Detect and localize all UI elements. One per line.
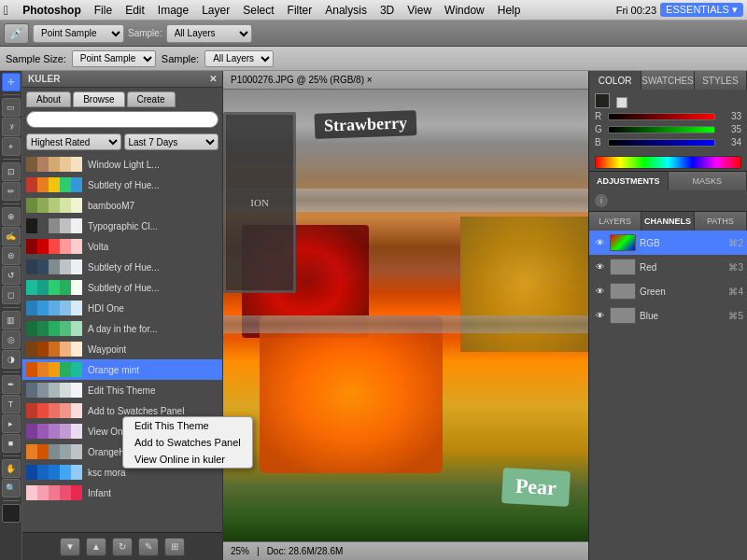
kuler-list-item[interactable]: Edit This Theme	[22, 380, 222, 400]
ctx-edit-theme[interactable]: Edit This Theme	[123, 417, 252, 434]
menu-file[interactable]: File	[88, 2, 119, 19]
kuler-list-item[interactable]: Waypoint	[22, 339, 222, 359]
point-sample-select[interactable]: Point Sample	[72, 50, 156, 67]
channel-row[interactable]: 👁RGB⌘2	[589, 231, 747, 255]
channel-visibility-icon[interactable]: 👁	[593, 285, 606, 298]
tab-adjustments[interactable]: ADJUSTMENTS	[589, 172, 669, 190]
sample-size-select[interactable]: Point Sample 3 by 3 Average 5 by 5 Avera…	[33, 24, 124, 43]
background-swatch[interactable]	[616, 97, 627, 108]
color-swatch	[60, 403, 71, 418]
apple-logo-icon[interactable]: 	[4, 3, 8, 18]
ctx-add-swatches[interactable]: Add to Swatches Panel	[123, 434, 252, 451]
kuler-tab-browse[interactable]: Browse	[73, 91, 124, 107]
tab-layers[interactable]: LAYERS	[589, 212, 641, 231]
kuler-list-item[interactable]: Window Light L...	[22, 154, 222, 175]
path-select-tool[interactable]: ▸	[2, 414, 21, 433]
color-swatch	[71, 444, 82, 459]
zoom-tool[interactable]: 🔍	[2, 479, 21, 497]
brush-tool[interactable]: ✍	[2, 227, 21, 245]
kuler-time-select[interactable]: Last 7 Days Last 30 Days All Time	[124, 133, 219, 150]
sample-layer-select[interactable]: All Layers Current Layer	[166, 24, 252, 43]
menu-view[interactable]: View	[401, 2, 438, 19]
all-layers-select[interactable]: All Layers	[204, 50, 274, 67]
ctx-view-online[interactable]: View Online in kuler	[123, 451, 252, 468]
kuler-list-item[interactable]: A day in the for...	[22, 318, 222, 339]
b-slider[interactable]	[608, 139, 715, 147]
magic-wand-tool[interactable]: ⌖	[2, 137, 21, 156]
menu-3d[interactable]: 3D	[374, 2, 401, 19]
tab-swatches[interactable]: SWATCHES	[641, 71, 695, 90]
menu-select[interactable]: Select	[236, 2, 280, 19]
channel-row[interactable]: 👁Blue⌘5	[589, 303, 747, 328]
menu-edit[interactable]: Edit	[119, 2, 151, 19]
menu-layer[interactable]: Layer	[195, 2, 236, 19]
tab-channels[interactable]: CHANNELS	[641, 212, 694, 231]
channel-visibility-icon[interactable]: 👁	[593, 236, 606, 249]
pen-tool[interactable]: ✒	[2, 375, 21, 394]
color-swatch	[37, 403, 49, 418]
blur-tool[interactable]: ◎	[2, 330, 21, 349]
color-swatch	[71, 485, 82, 500]
history-brush-tool[interactable]: ↺	[2, 266, 21, 285]
kuler-edit-btn[interactable]: ✎	[138, 538, 159, 556]
kuler-list-item[interactable]: Infant	[22, 483, 222, 503]
foreground-swatch[interactable]	[595, 93, 610, 108]
foreground-color[interactable]: ■	[2, 504, 21, 523]
color-swatch	[49, 177, 60, 192]
channel-row[interactable]: 👁Red⌘3	[589, 255, 747, 279]
kuler-sort-select[interactable]: Highest Rated Most Popular Newest	[26, 133, 121, 150]
kuler-down-btn[interactable]: ▼	[60, 538, 80, 556]
spot-heal-tool[interactable]: ⊕	[2, 207, 21, 226]
tab-styles[interactable]: STYLES	[695, 71, 747, 90]
menu-help[interactable]: Help	[491, 2, 528, 19]
eyedropper-tool[interactable]: ✏	[2, 182, 21, 201]
kuler-list-item[interactable]: HDI One	[22, 298, 222, 318]
shape-tool[interactable]: ■	[2, 434, 21, 453]
clone-tool[interactable]: ⊜	[2, 246, 21, 265]
crop-tool[interactable]: ⊡	[2, 162, 21, 181]
tab-color[interactable]: COLOR	[589, 71, 641, 90]
kuler-close-icon[interactable]: ✕	[209, 74, 217, 84]
menu-window[interactable]: Window	[438, 2, 491, 19]
gradient-tool[interactable]: ▥	[2, 311, 21, 329]
menu-analysis[interactable]: Analysis	[318, 2, 374, 19]
r-slider[interactable]	[608, 113, 715, 120]
kuler-list-item[interactable]: Subtlety of Hue...	[22, 257, 222, 277]
essentials-button[interactable]: ESSENTIALS ▾	[660, 3, 743, 17]
channel-thumbnail	[610, 234, 636, 251]
channel-visibility-icon[interactable]: 👁	[593, 260, 606, 273]
color-swatch	[60, 157, 71, 172]
move-tool[interactable]: ✛	[2, 73, 21, 91]
color-swatch	[71, 383, 82, 398]
kuler-list-item[interactable]: Orange mint	[22, 359, 222, 380]
dodge-tool[interactable]: ◑	[2, 350, 21, 369]
tool-separator-3	[3, 203, 20, 204]
lasso-tool[interactable]: 𝒱	[2, 118, 21, 136]
eyedropper-tool-icon[interactable]: 💉	[4, 23, 29, 44]
channel-row[interactable]: 👁Green⌘4	[589, 279, 747, 303]
tab-paths[interactable]: PATHS	[695, 212, 747, 231]
tab-masks[interactable]: MASKS	[669, 172, 748, 190]
kuler-list-item[interactable]: Subtlety of Hue...	[22, 175, 222, 195]
kuler-list-item[interactable]: bambooM7	[22, 195, 222, 216]
canvas-image-area[interactable]: Strawberry Pear ION	[223, 90, 588, 541]
kuler-list-item[interactable]: Typographic Cl...	[22, 216, 222, 236]
kuler-tab-create[interactable]: Create	[127, 91, 176, 107]
color-spectrum[interactable]	[595, 156, 741, 169]
kuler-list-item[interactable]: Subtlety of Hue...	[22, 277, 222, 298]
channel-visibility-icon[interactable]: 👁	[593, 309, 606, 322]
text-tool[interactable]: T	[2, 395, 21, 413]
menu-photoshop[interactable]: Photoshop	[16, 2, 88, 19]
kuler-list-item[interactable]: Volta	[22, 236, 222, 257]
hand-tool[interactable]: ✋	[2, 459, 21, 478]
selection-tool[interactable]: ▭	[2, 98, 21, 117]
menu-filter[interactable]: Filter	[281, 2, 319, 19]
kuler-grid-btn[interactable]: ⊞	[164, 538, 185, 556]
kuler-up-btn[interactable]: ▲	[86, 538, 106, 556]
eraser-tool[interactable]: ◻	[2, 286, 21, 304]
kuler-search-input[interactable]	[26, 111, 218, 128]
g-slider[interactable]	[608, 126, 715, 133]
kuler-refresh-btn[interactable]: ↻	[112, 538, 133, 556]
kuler-tab-about[interactable]: About	[26, 91, 71, 107]
menu-image[interactable]: Image	[151, 2, 195, 19]
